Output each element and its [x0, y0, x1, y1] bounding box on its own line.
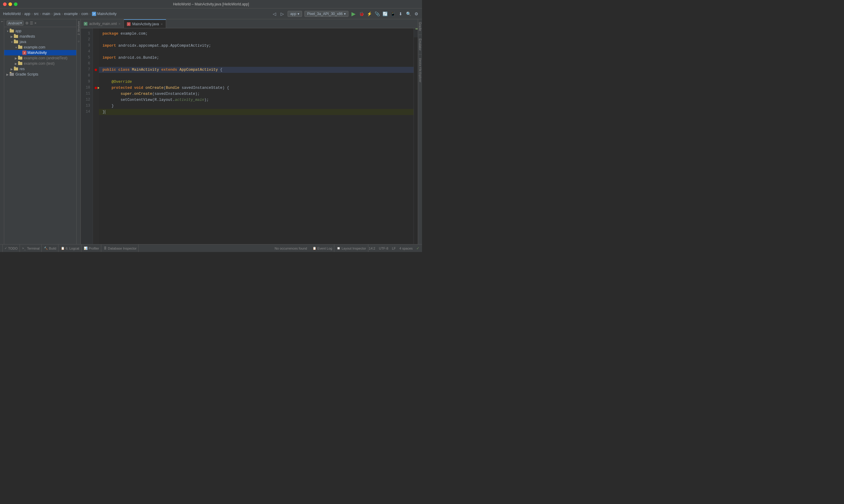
device-selector[interactable]: Pixel_3a_API_30_x86 ▾: [305, 11, 348, 17]
close-button[interactable]: [3, 2, 7, 6]
db-tab[interactable]: 🗄 Database Inspector: [102, 245, 139, 252]
panel-header-icons: ⚙ ☰ ×: [25, 21, 36, 25]
sep6: ›: [79, 12, 80, 16]
attach-button[interactable]: 📎: [374, 11, 380, 17]
navigate-back-icon[interactable]: ◁: [272, 11, 277, 17]
tree-label-java: java: [20, 40, 26, 44]
todo-tab[interactable]: ✓ TODO: [2, 245, 20, 252]
tree-item-app[interactable]: ▾ app: [4, 28, 76, 34]
tree-label-examplecom: example.com: [24, 45, 45, 49]
breadcrumb-src[interactable]: src: [34, 12, 39, 16]
tree-item-res[interactable]: ▶ res: [4, 66, 76, 72]
device-file-vtab[interactable]: Device File Explorer: [418, 57, 422, 84]
tree-arrow-androidtest: ▶: [14, 57, 18, 60]
breakpoint-7: [94, 69, 97, 71]
sync-button[interactable]: 🔄: [382, 11, 387, 17]
project-tab-strip[interactable]: 1: [1, 21, 4, 22]
breadcrumb-example[interactable]: example: [64, 12, 78, 16]
favorites-vtab[interactable]: ☆: [77, 40, 80, 43]
tree-item-test[interactable]: ▶ example.com (test): [4, 61, 76, 66]
tree-arrow-test: ▶: [14, 62, 18, 65]
gutter-11: [93, 91, 99, 97]
tree-arrow-manifests: ▶: [10, 35, 14, 38]
tab-close-mainactivity[interactable]: ×: [161, 22, 162, 26]
db-label: Database Inspector: [108, 247, 137, 250]
breadcrumb-helloworld[interactable]: HelloWorld: [3, 12, 20, 16]
folder-icon-gradle: [10, 73, 15, 76]
tree-label-manifests: manifests: [20, 34, 35, 38]
layout-inspector-tab[interactable]: 🔲 Layout Inspector: [335, 245, 368, 252]
profile-button[interactable]: ⚡: [366, 11, 372, 17]
logcat-icon: 📋: [61, 247, 65, 250]
tree-arrow-java: ▾: [10, 40, 14, 44]
settings-button[interactable]: ⚙: [414, 11, 419, 17]
eventlog-label: Event Log: [317, 247, 332, 250]
build-tab[interactable]: 🔨 Build: [42, 245, 58, 252]
android-dropdown-icon: ▾: [20, 21, 22, 25]
tab-close-activity-main[interactable]: ×: [119, 22, 120, 25]
tree-label-gradle: Gradle Scripts: [15, 72, 38, 76]
tree-item-examplecom[interactable]: ▾ example.com: [4, 44, 76, 50]
folder-icon-androidtest: [18, 56, 23, 60]
maximize-button[interactable]: [14, 2, 17, 6]
tree-item-gradle[interactable]: ▶ Gradle Scripts: [4, 72, 76, 77]
sync-panel-icon[interactable]: ⚙: [25, 21, 29, 25]
breadcrumb-com[interactable]: com: [81, 12, 88, 16]
code-line-9: @Override: [99, 79, 414, 85]
status-bar: ✓ TODO >_ Terminal 🔨 Build 📋 6: Logcat 📊…: [0, 244, 422, 252]
avd-manager-button[interactable]: 📱: [390, 11, 395, 17]
code-editor[interactable]: 1 2 3 4 5 6 7 8 9 10 11 12 13 14: [81, 28, 418, 244]
minimize-button[interactable]: [8, 2, 12, 6]
breadcrumb-java[interactable]: java: [54, 12, 61, 16]
debug-button[interactable]: 🐞: [359, 11, 364, 17]
event-log-tab[interactable]: 📋 Event Log: [311, 245, 334, 252]
code-content[interactable]: package example.com; import androidx.app…: [99, 28, 414, 244]
folder-icon-manifests: [14, 35, 19, 38]
search-button[interactable]: 🔍: [406, 11, 411, 17]
android-view-selector[interactable]: Android ▾: [7, 20, 23, 25]
project-panel: Android ▾ ⚙ ☰ × ▾ app ▶ manifests: [4, 19, 76, 244]
tree-arrow-gradle: ▶: [5, 73, 10, 76]
tree-item-androidtest[interactable]: ▶ example.com (androidTest): [4, 55, 76, 61]
folder-icon-test: [18, 62, 23, 65]
breadcrumb-mainactivity[interactable]: MainActivity: [97, 12, 117, 16]
java-icon-mainactivity: J: [22, 51, 27, 55]
gradle-vtab[interactable]: Gradle: [418, 21, 422, 32]
emulator-vtab[interactable]: Emulator: [418, 37, 422, 52]
encoding: UTF-8: [379, 247, 388, 250]
tab-activity-main[interactable]: X activity_main.xml ×: [81, 19, 124, 28]
gutter-1: [93, 31, 99, 37]
tree-item-java[interactable]: ▾ java: [4, 39, 76, 44]
run-button[interactable]: ▶: [351, 11, 356, 17]
tree-label-app: app: [15, 29, 21, 33]
window-controls[interactable]: [3, 2, 17, 6]
gutter-12: [93, 97, 99, 103]
code-line-6: [99, 61, 414, 67]
indent-info: 4 spaces: [399, 247, 413, 250]
code-line-4: [99, 49, 414, 55]
breadcrumb-main[interactable]: main: [42, 12, 50, 16]
close-panel-icon[interactable]: ×: [34, 21, 36, 25]
todo-label: TODO: [8, 247, 18, 250]
scroll-marker: [415, 28, 418, 30]
terminal-tab[interactable]: >_ Terminal: [20, 245, 42, 252]
tab-mainactivity[interactable]: J MainActivity.java ×: [124, 19, 166, 28]
gutter-14: [93, 109, 99, 115]
profiler-tab[interactable]: 📊 Profiler: [82, 245, 101, 252]
gutter-9: [93, 79, 99, 85]
logcat-tab[interactable]: 📋 6: Logcat: [59, 245, 81, 252]
gutter-7: [93, 67, 99, 73]
run-config-selector[interactable]: app ▾: [288, 11, 302, 17]
todo-icon: ✓: [4, 247, 7, 250]
tree-item-mainactivity[interactable]: ▶ J MainActivity: [4, 50, 76, 55]
structure-vtab[interactable]: 2: Structure: [77, 21, 80, 35]
tree-item-manifests[interactable]: ▶ manifests: [4, 34, 76, 39]
breadcrumb-app[interactable]: app: [24, 12, 30, 16]
gear-panel-icon[interactable]: ☰: [30, 21, 33, 25]
terminal-icon: >_: [22, 247, 26, 250]
navigate-forward-icon[interactable]: ▷: [280, 11, 285, 17]
tab-label-activity-main: activity_main.xml: [89, 22, 117, 26]
device-name: Pixel_3a_API_30_x86: [307, 12, 343, 16]
sdk-manager-button[interactable]: ⬇: [398, 11, 403, 17]
folder-icon-app: [10, 29, 15, 33]
